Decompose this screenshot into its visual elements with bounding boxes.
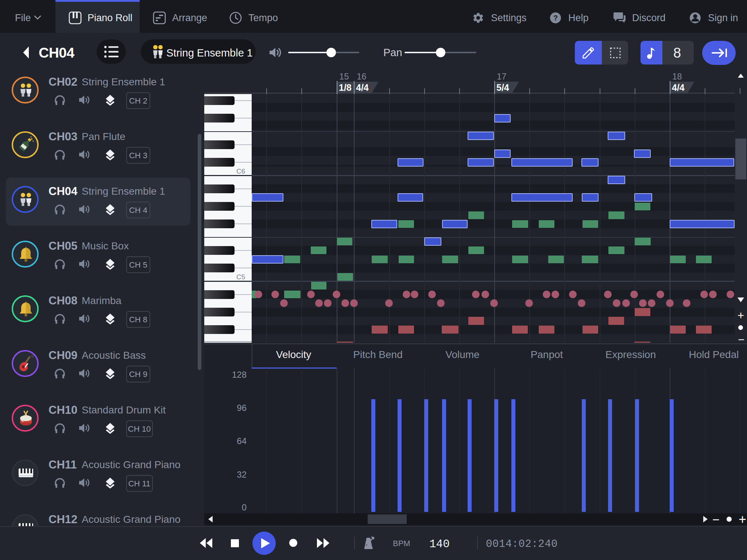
- svg-text:?: ?: [553, 14, 558, 22]
